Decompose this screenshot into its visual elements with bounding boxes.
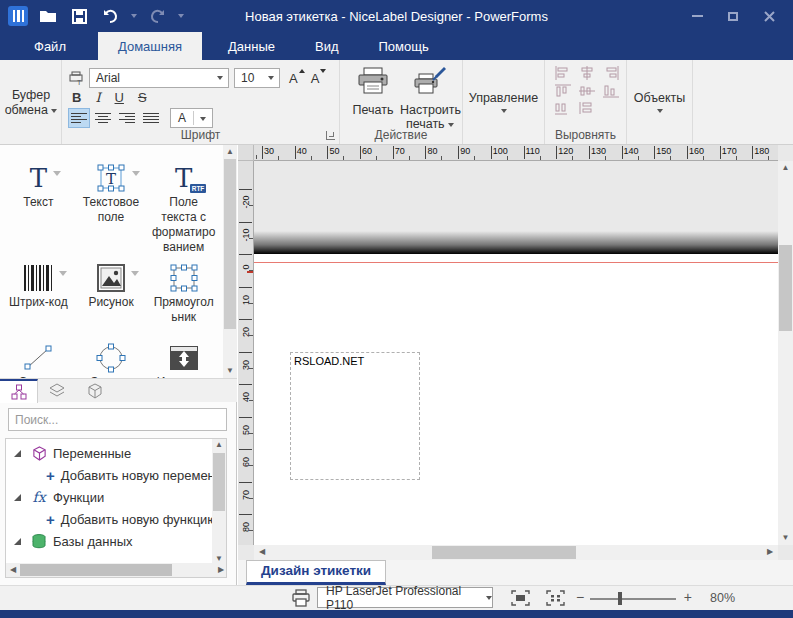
font-family-select[interactable]: Arial (89, 68, 229, 88)
tool-barcode[interactable]: Штрих-код (2, 261, 75, 325)
canvas-hscroll-thumb[interactable] (432, 546, 576, 559)
zoom-slider-thumb[interactable] (618, 592, 622, 605)
close-button[interactable] (751, 0, 787, 32)
scroll-right-icon[interactable]: ▶ (214, 564, 227, 576)
align-text-justify-button[interactable] (140, 108, 162, 128)
tab-label-design[interactable]: Дизайн этикетки (246, 560, 386, 585)
ruler-tick: 20 (238, 319, 254, 352)
scroll-up-icon[interactable]: ▲ (223, 146, 237, 158)
undo-button[interactable] (99, 5, 121, 27)
font-dialog-launcher[interactable] (326, 131, 335, 140)
tool-line[interactable]: Строка (2, 341, 75, 378)
tree-item-variables[interactable]: Переменные (6, 442, 227, 464)
save-button[interactable] (68, 5, 90, 27)
svg-text:T: T (106, 170, 116, 188)
tab-home[interactable]: Домашняя (98, 32, 202, 60)
tree-horizontal-scrollbar[interactable]: ◀ ▶ (6, 563, 227, 577)
zoom-slider-track[interactable] (590, 598, 676, 600)
redo-dropdown[interactable] (178, 14, 184, 18)
tree-vertical-scrollbar[interactable]: ▲ ▼ (212, 439, 226, 565)
tree-item-functions[interactable]: fx Функции (6, 486, 227, 508)
tool-text-box[interactable]: T Текстовое поле (75, 161, 148, 255)
print-settings-button[interactable]: Настроить печать (400, 66, 460, 131)
canvas-vscroll-thumb[interactable] (779, 245, 792, 331)
tab-data-sources[interactable] (0, 379, 38, 403)
bold-button[interactable]: B (72, 90, 81, 105)
strikethrough-button[interactable]: S (138, 90, 147, 105)
tab-data[interactable]: Данные (208, 32, 295, 60)
zoom-slider[interactable]: − + (576, 586, 692, 610)
tree-item-add-function[interactable]: + Добавить новую функцию (6, 508, 227, 530)
zoom-to-label-icon[interactable] (511, 590, 530, 606)
clipboard-button[interactable]: Буфер обмена (0, 88, 62, 118)
tool-rich-text[interactable]: TRTF Поле текста с форматированием (147, 161, 220, 255)
tool-rectangle[interactable]: Прямоугольник (147, 261, 220, 325)
chevron-down-icon[interactable] (132, 171, 140, 176)
chevron-down-icon[interactable] (131, 271, 139, 276)
tab-layers[interactable] (38, 379, 76, 403)
scroll-up-icon[interactable]: ▲ (778, 162, 793, 174)
align-text-left-button[interactable] (68, 108, 90, 128)
label-boundary-line (254, 262, 778, 263)
tool-ellipse[interactable]: Эллипс (75, 341, 148, 378)
undo-dropdown[interactable] (131, 14, 137, 18)
tool-text[interactable]: T Текст (2, 161, 75, 255)
ruler-tick: 170 (720, 145, 753, 161)
scroll-down-icon[interactable]: ▼ (223, 365, 237, 377)
chevron-down-icon (657, 109, 663, 113)
expander-icon[interactable] (14, 494, 21, 501)
chevron-down-icon[interactable] (53, 171, 61, 176)
align-text-right-button[interactable] (116, 108, 138, 128)
canvas-vertical-scrollbar[interactable]: ▲ ▼ (778, 161, 793, 545)
grow-font-button[interactable]: A (285, 71, 302, 86)
toolbox-scrollbar[interactable]: ▲ ▼ (223, 145, 237, 378)
zoom-to-objects-icon[interactable] (546, 590, 565, 606)
expander-icon[interactable] (14, 538, 21, 545)
tree-hscroll-thumb[interactable] (20, 564, 172, 576)
expander-icon[interactable] (14, 450, 21, 457)
align-objects-left-icon (555, 66, 571, 80)
label-page[interactable]: RSLOAD.NET (254, 254, 778, 545)
scroll-left-icon[interactable]: ◀ (6, 564, 20, 576)
scroll-down-icon[interactable]: ▼ (778, 532, 793, 544)
scroll-up-icon[interactable]: ▲ (212, 439, 226, 451)
zoom-in-button[interactable]: + (684, 589, 692, 605)
tree-vscroll-thumb[interactable] (213, 453, 225, 511)
search-input[interactable] (8, 408, 227, 431)
italic-button[interactable]: I (95, 90, 100, 105)
canvas-horizontal-scrollbar[interactable]: ◀ ▶ (254, 545, 778, 560)
tab-file[interactable]: Файл (14, 32, 86, 60)
font-color-dropdown[interactable] (194, 109, 212, 127)
ruler-tick: 110 (524, 145, 557, 161)
chevron-down-icon[interactable] (59, 271, 67, 276)
tree-item-databases[interactable]: Базы данных (6, 530, 227, 552)
shrink-font-button[interactable]: A (307, 71, 324, 86)
manage-button[interactable]: Управление (463, 60, 544, 144)
tool-picture[interactable]: Рисунок (75, 261, 148, 325)
tool-inverse[interactable]: Инверсия (147, 341, 220, 378)
minimize-button[interactable] (679, 0, 715, 32)
scroll-left-icon[interactable]: ◀ (255, 546, 269, 558)
font-color-button[interactable]: A (170, 108, 213, 128)
tab-objects[interactable] (76, 379, 114, 403)
objects-button[interactable]: Объекты (627, 60, 692, 144)
text-object[interactable]: RSLOAD.NET (290, 352, 420, 480)
label-viewport[interactable]: RSLOAD.NET (254, 161, 778, 545)
zoom-out-button[interactable]: − (576, 589, 584, 605)
scroll-right-icon[interactable]: ▶ (763, 546, 777, 558)
tab-help[interactable]: Помощь (359, 32, 449, 60)
printer-name: HP LaserJet Professional P110 (326, 584, 481, 612)
maximize-button[interactable] (715, 0, 751, 32)
toolbox-scrollbar-thumb[interactable] (224, 159, 236, 329)
font-size-select[interactable]: 10 (234, 68, 280, 88)
print-button[interactable]: Печать (348, 66, 398, 117)
tree-item-add-variable[interactable]: + Добавить новую переменную (6, 464, 227, 486)
redo-button[interactable] (146, 5, 168, 27)
align-text-center-button[interactable] (92, 108, 114, 128)
chevron-down-icon (268, 76, 274, 80)
printer-select[interactable]: HP LaserJet Professional P110 (317, 587, 493, 608)
tab-view[interactable]: Вид (295, 32, 359, 60)
open-file-button[interactable] (37, 5, 59, 27)
ruler-tick: 70 (393, 145, 426, 161)
underline-button[interactable]: U (115, 90, 124, 105)
